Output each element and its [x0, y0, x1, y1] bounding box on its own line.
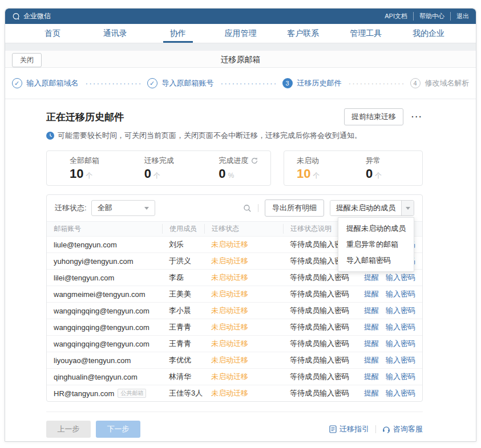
- export-details-button[interactable]: 导出所有明细: [265, 199, 324, 217]
- migration-table: 迁移状态: 全部 导出所有明细 提醒未启动的成员: [46, 194, 423, 402]
- stat-unit: %: [228, 172, 235, 180]
- step-item: 3 迁移历史邮件: [282, 78, 342, 88]
- row-actions: 提醒 输入密码: [364, 289, 415, 299]
- nav-item-label: 应用管理: [225, 28, 257, 39]
- row-actions: 提醒 输入密码: [364, 355, 415, 365]
- bulk-action-button[interactable]: 提醒未启动的成员: [330, 200, 414, 216]
- contact-support-label: 咨询客服: [393, 424, 423, 434]
- nav-item[interactable]: 首页: [21, 24, 84, 43]
- page: 企业微信 API文档帮助中心退出 首页 通讯录 协作: [0, 0, 481, 448]
- topbar-link[interactable]: 帮助中心: [413, 12, 444, 21]
- remind-link[interactable]: 提醒: [364, 388, 379, 398]
- row-actions: 提醒 输入密码: [364, 372, 415, 382]
- remind-link[interactable]: 提醒: [364, 272, 379, 283]
- step-label: 输入原邮箱域名: [27, 78, 79, 88]
- prev-step-button[interactable]: 上一步: [46, 421, 91, 438]
- step-number: 4: [410, 78, 421, 88]
- input-password-link[interactable]: 输入密码: [386, 372, 415, 382]
- email-cell: HR@tangyun.com 公共邮箱: [54, 389, 162, 398]
- email-cell: wangqingqing@tengyun.com: [54, 307, 162, 315]
- status-desc-cell: 等待成员输入密码: [283, 355, 364, 365]
- bulk-menu-item[interactable]: 重启异常的邮箱: [338, 237, 414, 252]
- input-password-link[interactable]: 输入密码: [386, 306, 415, 316]
- email-cell: wangqingqing@tengyun.com: [54, 323, 162, 332]
- step-item: 4 修改域名解析: [410, 78, 470, 88]
- bulk-action-caret[interactable]: [401, 201, 414, 215]
- bulk-menu-item[interactable]: 导入邮箱密码: [338, 252, 414, 268]
- nav-item[interactable]: 应用管理: [209, 24, 272, 43]
- more-actions-button[interactable]: ···: [411, 112, 423, 121]
- column-header: 邮箱账号: [54, 224, 162, 234]
- remind-link[interactable]: 提醒: [364, 289, 379, 299]
- stat-label: 全部邮箱: [70, 156, 99, 166]
- input-password-link[interactable]: 输入密码: [386, 272, 415, 283]
- row-actions: 提醒 输入密码: [364, 322, 415, 332]
- wework-logo-icon: [12, 13, 20, 21]
- topbar-link[interactable]: 退出: [450, 12, 469, 21]
- nav-item[interactable]: 客户联系: [272, 24, 334, 43]
- input-password-link[interactable]: 输入密码: [386, 339, 415, 349]
- status-cell: 未启动迁移: [204, 239, 283, 250]
- nav-item-label: 协作: [170, 28, 186, 39]
- status-filter-select[interactable]: 全部: [91, 200, 155, 216]
- status-cell: 未启动迁移: [204, 322, 283, 332]
- end-migration-button[interactable]: 提前结束迁移: [344, 108, 403, 125]
- search-icon[interactable]: [243, 204, 252, 213]
- page-background-strip: [5, 43, 476, 51]
- stat: 未启动 10 个: [284, 156, 353, 181]
- status-desc-cell: 等待成员输入密码: [283, 322, 364, 332]
- input-password-link[interactable]: 输入密码: [386, 388, 415, 398]
- bulk-action-label: 提醒未启动的成员: [330, 201, 401, 215]
- remind-link[interactable]: 提醒: [364, 339, 379, 349]
- remind-link[interactable]: 提醒: [364, 306, 379, 316]
- input-password-link[interactable]: 输入密码: [386, 355, 415, 365]
- bulk-menu-item[interactable]: 提醒未启动的成员: [338, 221, 414, 237]
- nav-item[interactable]: 协作: [147, 24, 209, 43]
- close-button[interactable]: 关闭: [12, 53, 42, 67]
- stat-value: 0: [366, 166, 373, 181]
- table-row: wangqingqing@tengyun.com 王青青 未启动迁移 等待成员输…: [47, 319, 422, 335]
- section-title: 正在迁移历史邮件: [46, 111, 124, 124]
- member-cell: 王佳等3人: [162, 388, 204, 398]
- nav-item-label: 通讯录: [103, 28, 127, 39]
- step-item: ✓ 输入原邮箱域名: [12, 78, 79, 88]
- step-indicator: ✓ 输入原邮箱域名 ✓ 导入原邮箱账号 3 迁移历史邮件 4: [5, 68, 476, 99]
- migration-guide-link[interactable]: 迁移指引: [329, 424, 369, 434]
- divider: [258, 204, 258, 212]
- contact-support-link[interactable]: 咨询客服: [382, 424, 423, 434]
- remind-link[interactable]: 提醒: [364, 372, 379, 382]
- input-password-link[interactable]: 输入密码: [386, 322, 415, 332]
- email-cell: wangmeimei@tengyun.com: [54, 290, 162, 299]
- nav-item[interactable]: 通讯录: [84, 24, 147, 43]
- member-cell: 刘乐: [162, 239, 204, 250]
- topbar-link[interactable]: API文档: [385, 12, 407, 21]
- status-cell: 未启动迁移: [204, 272, 283, 283]
- member-cell: 王美美: [162, 289, 204, 299]
- titlebar: 关闭 迁移原邮箱: [5, 51, 476, 68]
- status-desc-cell: 等待成员输入密码: [283, 289, 364, 299]
- public-mailbox-badge: 公共邮箱: [118, 389, 146, 398]
- nav-item[interactable]: 我的企业: [397, 24, 460, 43]
- table-row: wangmeimei@tengyun.com 王美美 未启动迁移 等待成员输入密…: [47, 286, 422, 302]
- email-cell: lilei@tengyun.com: [54, 274, 162, 282]
- row-actions: 提醒 输入密码: [364, 306, 415, 316]
- input-password-link[interactable]: 输入密码: [386, 289, 415, 299]
- email-address: wangmeimei@tengyun.com: [54, 290, 145, 299]
- remind-link[interactable]: 提醒: [364, 355, 379, 365]
- table-row: liyouyao@tengyun.com 李优优 未启动迁移 等待成员输入密码 …: [47, 352, 422, 368]
- next-step-button[interactable]: 下一步: [96, 421, 140, 438]
- member-cell: 李优优: [162, 355, 204, 365]
- status-cell: 未启动迁移: [204, 372, 283, 382]
- row-actions: 提醒 输入密码: [364, 339, 415, 349]
- step-label: 导入原邮箱账号: [162, 78, 214, 88]
- status-desc-cell: 等待成员输入密码: [283, 306, 364, 316]
- email-address: yuhongyi@tengyun.com: [54, 257, 134, 266]
- refresh-icon[interactable]: [251, 157, 258, 164]
- status-cell: 未启动迁移: [204, 388, 283, 398]
- stats-card-status: 未启动 10 个 异常: [284, 150, 423, 186]
- remind-link[interactable]: 提醒: [364, 322, 379, 332]
- nav-item[interactable]: 管理工具: [334, 24, 397, 43]
- stat: 完成进度 0 %: [196, 156, 270, 181]
- status-desc-cell: 等待成员输入密码: [283, 388, 364, 398]
- bulk-action-menu: 提醒未启动的成员重启异常的邮箱导入邮箱密码: [338, 217, 414, 272]
